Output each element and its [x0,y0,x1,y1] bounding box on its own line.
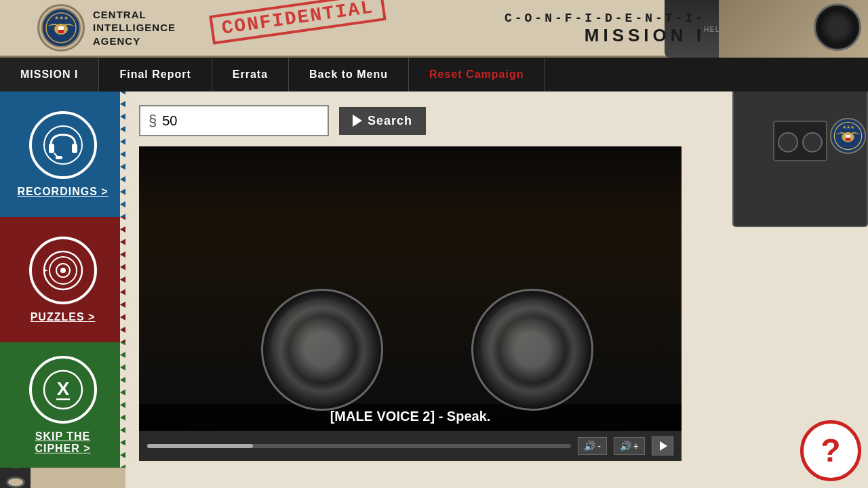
play-icon [660,441,667,451]
video-controls: 🔊 - 🔊 + [139,431,682,461]
svg-rect-16 [56,156,62,159]
play-pause-button[interactable] [652,436,673,455]
progress-bar-fill [147,444,253,448]
svg-text:X: X [56,378,69,399]
skip-cipher-label: SKIP THECIPHER > [35,430,90,455]
search-input-container: § [139,105,329,136]
cia-title: CENTRAL INTELLIGENCE AGENCY [93,8,176,48]
headphones-icon-circle [29,111,97,179]
sidebar-item-recordings[interactable]: RECORDINGS > [0,92,125,217]
cia-text: CENTRAL INTELLIGENCE AGENCY [93,8,176,48]
nav-final-report[interactable]: Final Report [99,58,212,92]
volume-down-label: - [597,441,601,451]
volume-up-button[interactable]: 🔊 + [614,437,645,455]
volume-down-button[interactable]: 🔊 - [578,437,607,455]
svg-rect-13 [49,144,54,153]
nav-back-to-menu[interactable]: Back to Menu [289,58,409,92]
nav-reset-campaign[interactable]: Reset Campaign [409,58,545,92]
nav-errata[interactable]: Errata [212,58,289,92]
sidebar-item-skip-cipher[interactable]: X SKIP THECIPHER > [0,342,125,468]
cia-seal-nav: ★★★ [827,115,868,156]
header: HELIOS-40 ★★★ CENTRAL INTEL [0,0,868,58]
volume-up-label: + [633,441,639,451]
search-button-label: Search [368,114,412,128]
navbar: MISSION I Final Report Errata Back to Me… [0,58,868,92]
cia-badge: ★★★ [37,4,85,52]
video-display: [MALE VOICE 2] - Speak. [139,146,682,431]
help-icon: ? [821,434,840,467]
nav-mission-i[interactable]: MISSION I [0,58,99,92]
search-button[interactable]: Search [339,107,426,135]
puzzles-label: PUZZLES > [31,311,96,323]
target-icon-circle [29,237,97,304]
help-button[interactable]: ? [800,420,861,481]
mission-label-area: C-O-N-F-I-D-E-N-T-I- MISSION I [505,0,712,58]
top-right-decoration [719,0,868,58]
section-symbol: § [149,112,157,129]
confidential-coded: C-O-N-F-I-D-E-N-T-I- [505,12,705,25]
mission-number: MISSION I [585,25,705,46]
svg-text:★★★: ★★★ [54,15,68,21]
volume-down-icon: 🔊 [584,441,595,451]
sidebar: RECORDINGS > PUZZLES > X [0,92,125,488]
svg-point-20 [60,268,66,273]
svg-marker-21 [44,269,48,272]
recordings-label: RECORDINGS > [17,186,108,198]
svg-text:★★★: ★★★ [842,123,854,129]
sidebar-item-puzzles[interactable]: PUZZLES > [0,217,125,342]
cipher-icon-circle: X [29,356,97,424]
subtitle-text: [MALE VOICE 2] - Speak. [330,409,491,424]
svg-rect-10 [845,134,850,138]
volume-up-icon: 🔊 [620,441,631,451]
search-input[interactable] [162,113,319,129]
svg-rect-14 [72,144,77,153]
video-player: [MALE VOICE 2] - Speak. 🔊 - 🔊 + [139,146,682,461]
svg-rect-4 [58,26,64,30]
confidential-stamp: CONFIDENTIAL [210,3,385,33]
play-icon [353,115,362,127]
progress-bar[interactable] [147,444,571,448]
subtitle-bar: [MALE VOICE 2] - Speak. [139,402,682,431]
